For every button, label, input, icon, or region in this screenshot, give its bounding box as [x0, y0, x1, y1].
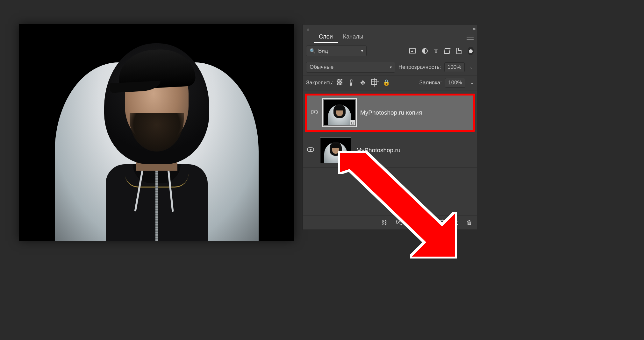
fill-label: Заливка:	[419, 80, 442, 86]
layers-panel: × Слои Каналы << 🔍 Вид ▾ T Обычные ▾ Неп…	[303, 24, 477, 230]
lock-brush-icon[interactable]: 🖌	[347, 78, 356, 88]
filter-kind-dropdown[interactable]: 🔍 Вид ▾	[306, 46, 367, 56]
search-icon: 🔍	[310, 48, 316, 54]
link-layers-icon[interactable]: ⛓	[382, 219, 387, 226]
portrait-graphic	[48, 24, 265, 241]
lock-artboard-icon[interactable]	[371, 79, 377, 87]
opacity-value[interactable]: 100%	[444, 62, 465, 72]
add-mask-icon[interactable]	[410, 219, 416, 226]
document-canvas[interactable]	[19, 24, 294, 241]
blend-mode-value: Обычные	[310, 64, 333, 70]
visibility-toggle[interactable]	[306, 147, 315, 153]
tab-layers[interactable]: Слои	[314, 30, 338, 43]
collapse-icon[interactable]: <<	[472, 26, 475, 32]
new-layer-icon[interactable]	[453, 219, 458, 226]
layer-name[interactable]: MyPhotoshop.ru	[356, 147, 400, 154]
eye-icon	[311, 110, 318, 114]
chevron-down-icon: ▾	[361, 49, 363, 53]
layer-row[interactable]: ◻ MyPhotoshop.ru копия	[305, 94, 475, 132]
fill-chevron-icon[interactable]: ⌄	[470, 81, 474, 85]
visibility-toggle[interactable]	[310, 110, 319, 116]
smart-object-badge-icon: ◻	[350, 120, 355, 125]
panel-header: × Слои Каналы <<	[303, 25, 477, 43]
new-group-icon[interactable]	[438, 219, 444, 226]
blend-row: Обычные ▾ Непрозрачность: 100% ⌄	[303, 59, 477, 75]
layer-row[interactable]: ◻ MyPhotoshop.ru	[303, 133, 477, 168]
close-icon[interactable]: ×	[303, 25, 313, 33]
panel-menu-icon[interactable]	[467, 36, 474, 40]
blend-mode-dropdown[interactable]: Обычные ▾	[306, 62, 395, 73]
opacity-label: Непрозрачность:	[398, 64, 441, 70]
smart-object-badge-icon: ◻	[346, 158, 351, 163]
layers-empty-area[interactable]	[303, 168, 477, 216]
lock-row: Закрепить: 🖌 ✥ 🔒 Заливка: 100% ⌄	[303, 75, 477, 90]
filter-row: 🔍 Вид ▾ T	[303, 43, 477, 59]
lock-pixels-icon[interactable]	[337, 79, 342, 87]
filter-shape-icon[interactable]	[444, 47, 450, 55]
filter-smartobject-icon[interactable]	[456, 47, 462, 55]
delete-layer-icon[interactable]: 🗑	[467, 219, 472, 226]
filter-toggle[interactable]	[468, 47, 474, 55]
panel-footer: ⛓ fx▾ 🗑	[303, 216, 477, 230]
filter-adjustment-icon[interactable]	[422, 47, 428, 55]
filter-type-icon[interactable]: T	[434, 47, 438, 55]
eye-icon	[307, 147, 314, 152]
lock-position-icon[interactable]: ✥	[360, 79, 366, 87]
opacity-chevron-icon[interactable]: ⌄	[470, 65, 473, 69]
layers-list: ◻ MyPhotoshop.ru копия ◻ MyPhotoshop.ru	[303, 90, 477, 216]
layer-thumbnail[interactable]: ◻	[324, 100, 355, 125]
lock-label: Закрепить:	[306, 80, 333, 86]
layer-style-icon[interactable]: fx▾	[396, 219, 402, 226]
filter-pixel-icon[interactable]	[409, 47, 416, 55]
layer-thumbnail[interactable]: ◻	[320, 138, 351, 163]
chevron-down-icon: ▾	[390, 65, 392, 69]
tab-channels[interactable]: Каналы	[338, 30, 369, 43]
lock-all-icon[interactable]: 🔒	[383, 79, 390, 87]
layer-name[interactable]: MyPhotoshop.ru копия	[360, 109, 422, 116]
filter-kind-label: Вид	[318, 48, 328, 54]
fill-value[interactable]: 100%	[445, 78, 465, 88]
adjustment-layer-icon[interactable]	[424, 219, 430, 226]
